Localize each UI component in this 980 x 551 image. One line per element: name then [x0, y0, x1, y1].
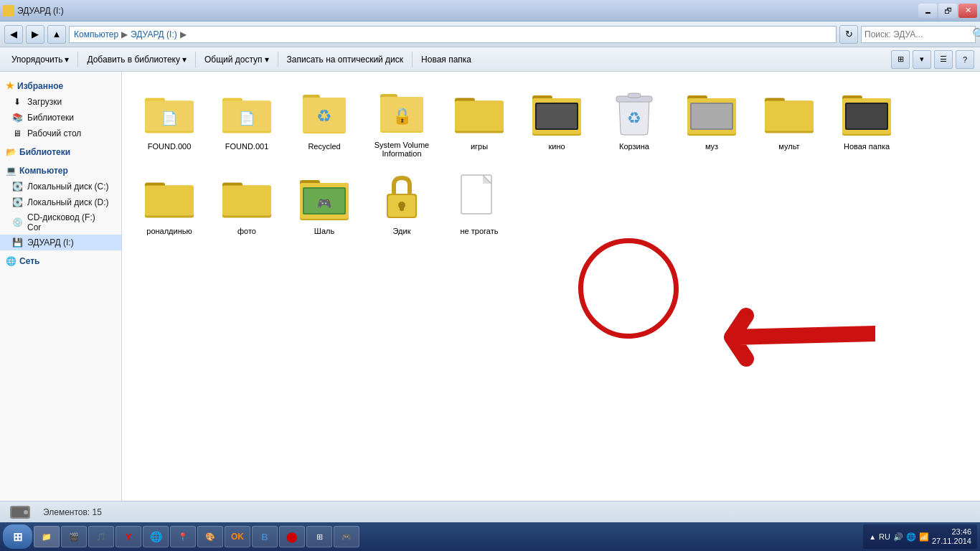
sidebar-downloads-label: Загрузки — [27, 97, 62, 107]
title-bar: ЭДУАРД (I:) 🗕 🗗 ✕ — [0, 0, 980, 22]
file-label-donttouch: не трогать — [461, 227, 499, 235]
new-folder-button[interactable]: Новая папка — [415, 50, 477, 69]
volume-icon: 🔊 — [893, 532, 903, 542]
drive-d-icon: 💽 — [11, 197, 23, 208]
paint-icon: 🎨 — [205, 532, 215, 542]
file-item-games[interactable]: игры — [443, 83, 515, 162]
svg-rect-34 — [765, 101, 814, 131]
file-label-newfolder: Новая папка — [844, 142, 890, 151]
taskbar-item-paint[interactable]: 🎨 — [197, 526, 223, 547]
taskbar: ⊞ 📁 🎬 🎵 Y 🌐 📍 🎨 OK B ⬤ ⊞ 🎮 ▲ RU 🔊 🌐 📶 — [0, 522, 980, 551]
taskbar-item-maps[interactable]: 📍 — [170, 526, 196, 547]
file-item-shal[interactable]: 🎮 Шаль — [288, 168, 360, 247]
lang-label: RU — [879, 532, 890, 541]
view-large-icon-button[interactable]: ⊞ — [891, 50, 910, 69]
sidebar-item-downloads[interactable]: ⬇ Загрузки — [0, 94, 121, 110]
status-bar: Элементов: 15 — [0, 501, 980, 522]
sidebar-item-drive-f[interactable]: 💿 CD-дисковод (F:) Cor — [0, 210, 121, 235]
title-bar-controls: 🗕 🗗 ✕ — [918, 4, 977, 18]
refresh-button[interactable]: ↻ — [839, 25, 858, 44]
taskbar-item-yandex[interactable]: Y — [116, 526, 141, 547]
file-item-edik[interactable]: Эдик — [366, 168, 438, 247]
signal-icon: 📶 — [919, 532, 929, 542]
organize-button[interactable]: Упорядочить ▾ — [6, 50, 75, 69]
close-button[interactable]: ✕ — [958, 4, 977, 18]
taskbar-item-kaspersky[interactable]: ⬤ — [279, 526, 305, 547]
search-bar[interactable]: 🔍 — [861, 26, 976, 43]
libraries-nav-icon: 📂 — [6, 147, 17, 157]
file-label-cinema: кино — [548, 142, 565, 151]
taskbar-item-media[interactable]: 🎬 — [61, 526, 87, 547]
library-button[interactable]: Добавить в библиотеку ▾ — [81, 50, 192, 69]
content-area: 📄 FOUND.000 📄 FOUND.001 — [122, 72, 980, 258]
svg-rect-55 — [400, 205, 404, 211]
svg-rect-31 — [692, 104, 732, 128]
taskbar-item-vk[interactable]: B — [252, 526, 278, 547]
file-item-cinema[interactable]: кино — [521, 83, 593, 162]
svg-text:♻: ♻ — [627, 109, 641, 127]
file-item-photo[interactable]: фото — [211, 168, 283, 247]
taskbar-item-explorer[interactable]: 📁 — [34, 526, 60, 547]
main-layout: ★ Избранное ⬇ Загрузки 📚 Библиотеки 🖥 Ра… — [0, 72, 980, 501]
taskbar-item-games[interactable]: 🎮 — [334, 526, 359, 547]
computer-icon: 💻 — [6, 166, 17, 176]
file-item-bin[interactable]: ♻ Корзина — [598, 83, 670, 162]
recycle-folder-icon: ♻ — [298, 88, 350, 139]
view-dropdown-button[interactable]: ▾ — [913, 50, 931, 69]
taskbar-item-ok[interactable]: OK — [225, 526, 250, 547]
tray-arrow[interactable]: ▲ — [869, 533, 876, 541]
sidebar-item-libraries[interactable]: 📚 Библиотеки — [0, 110, 121, 126]
back-button[interactable]: ◀ — [4, 25, 23, 44]
up-button[interactable]: ▲ — [47, 25, 66, 44]
address-bar[interactable]: Компьютер ▶ ЭДУАРД (I:) ▶ — [69, 26, 837, 43]
file-label-edik: Эдик — [393, 227, 411, 235]
minimize-button[interactable]: 🗕 — [918, 4, 937, 18]
file-item-donttouch[interactable]: не трогать — [443, 168, 515, 247]
start-button[interactable]: ⊞ — [3, 524, 32, 549]
lock-file-icon — [376, 172, 428, 224]
file-item-newfolder[interactable]: Новая папка — [831, 83, 903, 162]
sidebar-network-header[interactable]: 🌐 Сеть — [0, 253, 121, 269]
folder-icon-found000: 📄 — [143, 88, 195, 139]
file-item-cartoon[interactable]: мульт — [753, 83, 825, 162]
help-button[interactable]: ? — [956, 50, 974, 69]
sidebar-item-drive-i[interactable]: 💾 ЭДУАРД (I:) — [0, 235, 121, 250]
taskbar-item-grid[interactable]: ⊞ — [306, 526, 332, 547]
sidebar-desktop-label: Рабочий стол — [27, 128, 81, 138]
maximize-button[interactable]: 🗗 — [938, 4, 957, 18]
file-item-sysvolinfo[interactable]: 🔒 System Volume Information — [366, 83, 438, 162]
svg-text:🎮: 🎮 — [317, 197, 331, 210]
chevron-down-icon: ▾ — [182, 55, 187, 65]
sidebar-favorites-header[interactable]: ★ Избранное — [0, 77, 121, 94]
address-drive[interactable]: ЭДУАРД (I:) — [131, 29, 177, 39]
title-bar-text: ЭДУАРД (I:) — [17, 6, 64, 16]
sidebar-libraries-header[interactable]: 📂 Библиотеки — [0, 144, 121, 160]
downloads-icon: ⬇ — [11, 96, 23, 108]
search-input[interactable] — [864, 29, 972, 39]
svg-rect-23 — [537, 104, 577, 128]
folder-icon-cartoon — [763, 88, 815, 139]
sidebar-computer-header[interactable]: 💻 Компьютер — [0, 163, 121, 179]
sidebar-item-drive-c[interactable]: 💽 Локальный диск (C:) — [0, 179, 121, 194]
details-pane-button[interactable]: ☰ — [934, 50, 953, 69]
taskbar-item-chrome[interactable]: 🌐 — [143, 526, 169, 547]
svg-rect-42 — [145, 186, 194, 216]
burn-button[interactable]: Записать на оптический диск — [281, 50, 410, 69]
app-icon — [3, 5, 14, 17]
yandex-icon: Y — [126, 532, 132, 542]
file-item-found000[interactable]: 📄 FOUND.000 — [133, 83, 205, 162]
sidebar-item-drive-d[interactable]: 💽 Локальный диск (D:) — [0, 194, 121, 210]
address-computer[interactable]: Компьютер — [74, 29, 118, 39]
file-item-ronaldinho[interactable]: роналдинью — [133, 168, 205, 247]
folder-icon-cinema — [531, 88, 583, 139]
taskbar-item-music[interactable]: 🎵 — [88, 526, 114, 547]
file-item-found001[interactable]: 📄 FOUND.001 — [211, 83, 283, 162]
sidebar-computer-label: Компьютер — [19, 166, 68, 176]
share-button[interactable]: Общий доступ ▾ — [199, 50, 275, 69]
file-item-music[interactable]: муз — [676, 83, 748, 162]
time-display: 23:46 — [932, 527, 971, 537]
sidebar-item-desktop[interactable]: 🖥 Рабочий стол — [0, 126, 121, 141]
file-item-recycled[interactable]: ♻ Recycled — [288, 83, 360, 162]
svg-text:📄: 📄 — [239, 110, 255, 126]
forward-button[interactable]: ▶ — [26, 25, 44, 44]
